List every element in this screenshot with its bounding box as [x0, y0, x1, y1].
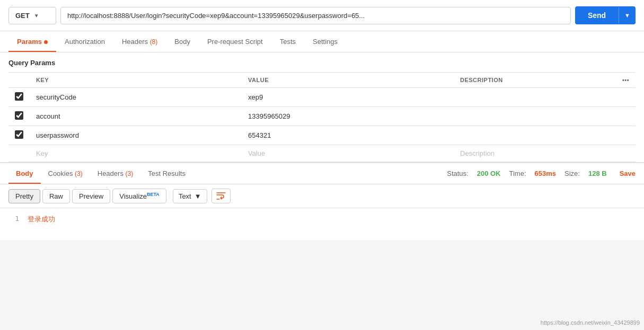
placeholder-value[interactable]: Value: [242, 145, 454, 162]
row2-desc: [454, 107, 616, 126]
row1-checkbox[interactable]: [15, 92, 23, 101]
tab-body[interactable]: Body: [166, 31, 199, 52]
params-table: KEY VALUE DESCRIPTION ••• securityCode x…: [8, 72, 636, 162]
status-info: Status: 200 OK Time: 653ms Size: 128 B S…: [447, 170, 636, 177]
row1-desc: [454, 88, 616, 107]
text-format-label: Text: [179, 192, 191, 200]
raw-button[interactable]: Raw: [42, 189, 70, 203]
text-format-select[interactable]: Text ▼: [173, 189, 207, 203]
tab-params-label: Params: [17, 38, 42, 46]
row3-desc: [454, 126, 616, 145]
body-toolbar: Pretty Raw Preview VisualizeBETA Text ▼: [0, 184, 644, 208]
row2-key: account: [30, 107, 242, 126]
time-label: Time:: [509, 170, 526, 177]
top-bar: GET ▼ Send ▼: [0, 0, 644, 31]
tab-settings-label: Settings: [313, 38, 338, 46]
query-params-title: Query Params: [8, 59, 636, 67]
row3-key: userpassword: [30, 126, 242, 145]
body-viewer: Pretty Raw Preview VisualizeBETA Text ▼ …: [0, 184, 644, 240]
method-chevron-icon: ▼: [34, 13, 39, 19]
bottom-tab-headers[interactable]: Headers (3): [90, 163, 140, 184]
col-check-header: [8, 73, 30, 88]
size-value: 128 B: [588, 170, 607, 177]
bottom-tab-testresults-label: Test Results: [148, 170, 186, 177]
beta-badge: BETA: [147, 192, 160, 197]
body-text: 登录成功: [28, 215, 55, 234]
send-button[interactable]: Send ▼: [575, 6, 636, 24]
bottom-tab-body[interactable]: Body: [8, 163, 41, 184]
tab-tests-label: Tests: [280, 38, 296, 46]
text-format-chevron-icon: ▼: [195, 192, 201, 200]
row2-value: 13395965029: [242, 107, 454, 126]
row1-key: securityCode: [30, 88, 242, 107]
tab-authorization-label: Authorization: [65, 38, 105, 46]
row3-more: [616, 126, 636, 145]
wrap-button[interactable]: [211, 189, 231, 203]
time-value: 653ms: [535, 170, 556, 177]
bottom-headers-badge: (3): [126, 170, 134, 177]
tabs-bar: Params Authorization Headers (8) Body Pr…: [0, 31, 644, 52]
row2-more: [616, 107, 636, 126]
bottom-tab-body-label: Body: [16, 170, 33, 177]
wrap-icon: [216, 192, 226, 200]
headers-badge: (8): [150, 38, 158, 46]
url-input[interactable]: [60, 7, 571, 24]
tab-headers[interactable]: Headers (8): [113, 31, 166, 52]
placeholder-more: [616, 145, 636, 162]
row2-checkbox[interactable]: [15, 111, 23, 120]
cookies-badge: (3): [75, 170, 83, 177]
placeholder-key[interactable]: Key: [30, 145, 242, 162]
status-value: 200 OK: [477, 170, 501, 177]
tab-prerequest[interactable]: Pre-request Script: [199, 31, 271, 52]
table-row: account 13395965029: [8, 107, 636, 126]
col-more-header: •••: [616, 73, 636, 88]
tab-body-label: Body: [174, 38, 190, 46]
col-key-header: KEY: [30, 73, 242, 88]
line-number: 1: [8, 215, 19, 234]
visualize-label: Visualize: [119, 192, 147, 200]
table-row: userpassword 654321: [8, 126, 636, 145]
bottom-tab-cookies[interactable]: Cookies (3): [41, 163, 90, 184]
send-chevron-icon[interactable]: ▼: [619, 7, 636, 23]
row3-value: 654321: [242, 126, 454, 145]
visualize-button[interactable]: VisualizeBETA: [112, 189, 166, 203]
tab-settings[interactable]: Settings: [304, 31, 346, 52]
pretty-button[interactable]: Pretty: [8, 189, 40, 203]
preview-button[interactable]: Preview: [72, 189, 110, 203]
bottom-tab-headers-label: Headers: [98, 170, 126, 177]
size-label: Size:: [564, 170, 580, 177]
bottom-tab-cookies-label: Cookies: [48, 170, 75, 177]
table-row-placeholder: Key Value Description: [8, 145, 636, 162]
tab-prerequest-label: Pre-request Script: [207, 38, 263, 46]
tab-authorization[interactable]: Authorization: [56, 31, 113, 52]
send-label: Send: [575, 6, 619, 24]
tab-params[interactable]: Params: [8, 31, 56, 52]
row1-value: xep9: [242, 88, 454, 107]
body-content: 1 登录成功: [0, 208, 644, 240]
tab-tests[interactable]: Tests: [271, 31, 304, 52]
row3-checkbox[interactable]: [15, 130, 23, 139]
table-row: securityCode xep9: [8, 88, 636, 107]
status-label: Status:: [447, 170, 468, 177]
col-desc-header: DESCRIPTION: [454, 73, 616, 88]
row1-more: [616, 88, 636, 107]
col-value-header: VALUE: [242, 73, 454, 88]
tab-headers-label: Headers: [122, 38, 150, 46]
placeholder-desc[interactable]: Description: [454, 145, 616, 162]
params-section: Query Params KEY VALUE DESCRIPTION ••• s…: [0, 52, 644, 162]
bottom-bar: Body Cookies (3) Headers (3) Test Result…: [0, 162, 644, 184]
bottom-tab-testresults[interactable]: Test Results: [140, 163, 193, 184]
params-dot: [44, 40, 48, 44]
method-select[interactable]: GET ▼: [8, 7, 56, 24]
save-button[interactable]: Save: [615, 170, 636, 177]
method-label: GET: [15, 12, 30, 20]
